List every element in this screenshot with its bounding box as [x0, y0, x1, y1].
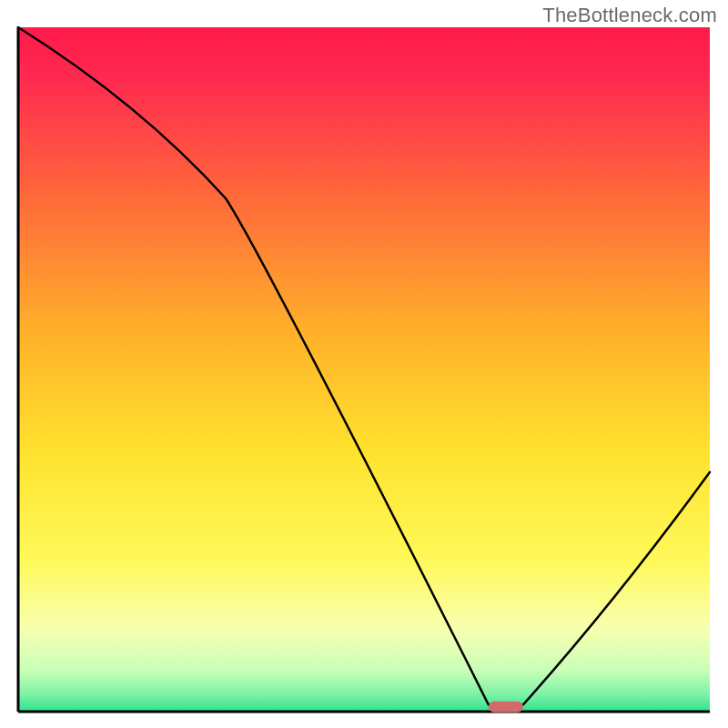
optimal-zone-marker — [489, 702, 523, 713]
watermark-label: TheBottleneck.com — [542, 4, 717, 27]
chart-container: TheBottleneck.com — [0, 0, 728, 728]
plot-background — [18, 27, 710, 712]
bottleneck-chart — [0, 0, 728, 728]
